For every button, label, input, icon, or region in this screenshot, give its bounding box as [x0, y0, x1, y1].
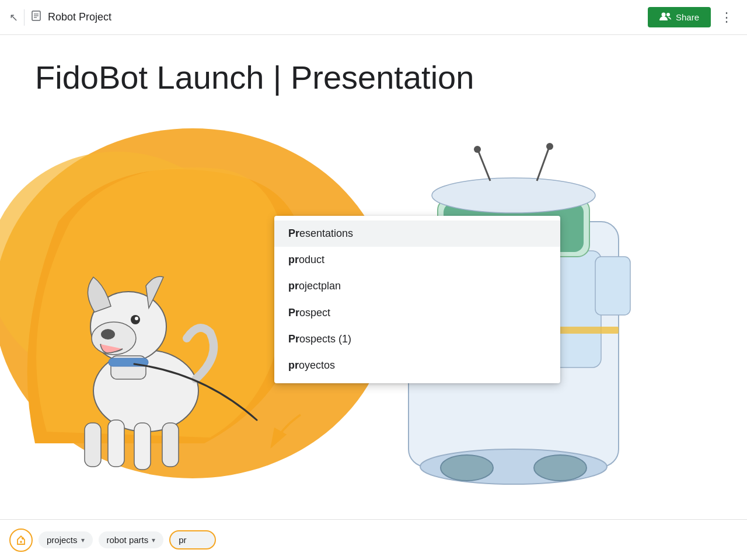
add-tag-button[interactable] [9, 528, 33, 552]
autocomplete-rest-6: oyectos [299, 359, 335, 371]
more-options-icon: ⋮ [720, 10, 733, 24]
autocomplete-dropdown: Presentations product projectplan Prospe… [274, 216, 560, 383]
tag-label-robot-parts: robot parts [107, 535, 149, 545]
bottom-bar: projects ▾ robot parts ▾ [0, 519, 747, 560]
back-icon[interactable]: ↖ [9, 11, 18, 24]
autocomplete-rest-4: ospect [299, 307, 330, 318]
autocomplete-rest-3: ojectplan [299, 280, 341, 292]
svg-point-11 [101, 329, 115, 340]
autocomplete-match-2: pr [288, 254, 299, 265]
autocomplete-match-3: pr [288, 280, 299, 292]
header-divider [24, 9, 25, 26]
arrow-annotation [254, 409, 324, 458]
tag-label-projects: projects [47, 535, 78, 545]
document-title: Robot Project [48, 11, 111, 23]
autocomplete-match-1: Pr [288, 228, 299, 239]
autocomplete-match-6: pr [288, 359, 299, 371]
autocomplete-item-product[interactable]: product [274, 247, 560, 273]
slide-title: FidoBot Launch | Presentation [35, 58, 474, 96]
tag-chip-projects[interactable]: projects ▾ [39, 531, 93, 548]
svg-point-26 [474, 146, 481, 153]
svg-rect-16 [108, 420, 124, 467]
share-people-icon [659, 12, 671, 23]
autocomplete-item-prospect[interactable]: Prospect [274, 300, 560, 326]
add-tag-icon [16, 535, 26, 545]
header-left: ↖ Robot Project [9, 9, 648, 26]
autocomplete-match-5: Pr [288, 333, 299, 345]
share-label: Share [676, 12, 699, 22]
svg-point-35 [22, 537, 24, 540]
autocomplete-rest-2: oduct [299, 254, 324, 265]
header-right: Share ⋮ [648, 7, 738, 27]
tag-chip-robot-parts[interactable]: robot parts ▾ [99, 531, 164, 548]
svg-line-27 [537, 149, 549, 181]
svg-point-5 [666, 13, 670, 16]
svg-point-28 [546, 143, 553, 150]
chevron-down-icon-projects: ▾ [81, 536, 85, 544]
autocomplete-item-projectplan[interactable]: projectplan [274, 273, 560, 299]
svg-point-24 [432, 178, 595, 213]
document-icon [30, 10, 42, 24]
header: ↖ Robot Project Share [0, 0, 747, 35]
autocomplete-item-proyectos[interactable]: proyectos [274, 352, 560, 379]
svg-point-32 [534, 455, 587, 481]
svg-point-31 [441, 455, 493, 481]
chevron-down-icon-robot-parts: ▾ [152, 536, 155, 544]
svg-line-25 [479, 152, 490, 181]
svg-point-4 [661, 13, 665, 17]
svg-rect-18 [85, 423, 101, 467]
svg-rect-29 [595, 257, 630, 315]
tag-input[interactable] [179, 535, 196, 545]
autocomplete-match-4: Pr [288, 307, 299, 318]
autocomplete-item-presentations[interactable]: Presentations [274, 220, 560, 247]
autocomplete-rest-1: esentations [299, 228, 353, 239]
svg-point-13 [135, 317, 138, 320]
share-button[interactable]: Share [648, 7, 711, 27]
autocomplete-rest-5: ospects (1) [299, 333, 351, 345]
main-content: FidoBot Launch | Presentation [0, 35, 747, 519]
tag-chip-input-container [169, 530, 216, 550]
svg-rect-19 [162, 423, 179, 467]
more-options-button[interactable]: ⋮ [715, 9, 738, 26]
autocomplete-item-prospects1[interactable]: Prospects (1) [274, 326, 560, 352]
svg-rect-17 [134, 423, 151, 470]
